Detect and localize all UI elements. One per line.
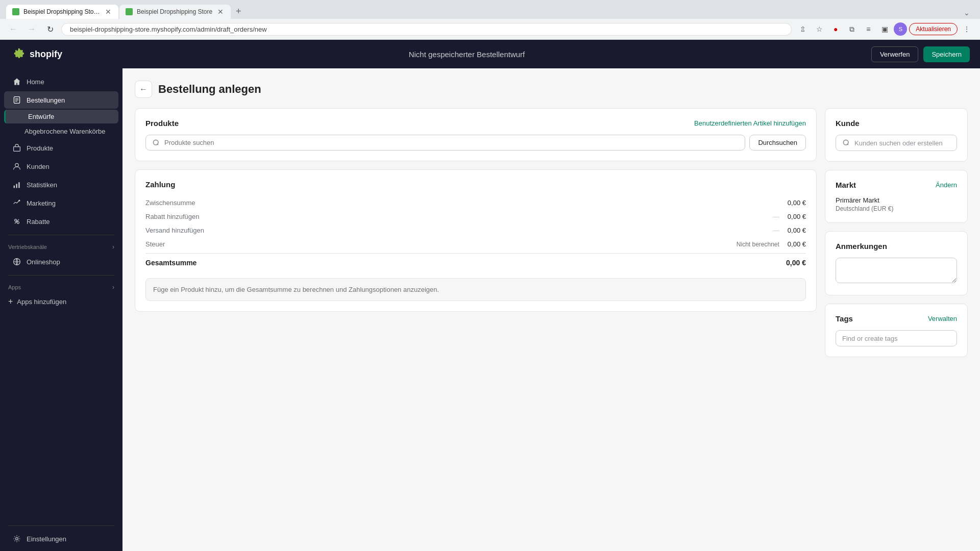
aktualisieren-button[interactable]: Aktualisieren [909,23,958,35]
sidebar-item-entwuerfe[interactable]: Entwürfe [4,110,118,123]
svg-point-10 [15,219,17,221]
menu-icon[interactable]: ≡ [861,22,875,36]
search-icon [152,139,160,147]
sidebar-label-entwuerfe: Entwürfe [28,113,54,120]
address-text: beispiel-dropshipping-store.myshopify.co… [70,26,267,33]
share-icon[interactable]: ⇫ [796,22,810,36]
apps-hinzufuegen-item[interactable]: + Apps hinzufügen [0,293,122,310]
tab-title-1: Beispiel Dropshipping Store · ... [23,8,100,15]
sidebar-item-produkte[interactable]: Produkte [4,139,118,157]
tab-2[interactable]: Beispiel Dropshipping Store ✕ [119,5,231,19]
main-column: Produkte Benutzerdefinierten Artikel hin… [135,108,817,357]
back-nav-button[interactable]: ← [6,22,20,36]
sidebar-item-onlineshop[interactable]: Onlineshop [4,253,118,270]
sidebar-label-onlineshop: Onlineshop [27,258,60,266]
tab-1[interactable]: Beispiel Dropshipping Store · ... ✕ [6,5,118,19]
zahlung-row-versand[interactable]: Versand hinzufügen — 0,00 € [145,223,806,237]
tags-input-wrap[interactable] [836,330,957,346]
svg-rect-4 [14,147,20,152]
verwerfen-button[interactable]: Verwerfen [871,46,919,62]
split-view-icon[interactable]: ▣ [877,22,892,36]
browse-button[interactable]: Durchsuchen [749,135,806,151]
zahlung-row-steuer: Steuer Nicht berechnet 0,00 € [145,237,806,251]
anmerkungen-textarea[interactable] [836,258,957,283]
zahlung-row-rabatt[interactable]: Rabatt hinzufügen — 0,00 € [145,210,806,223]
marketing-icon [12,198,21,208]
markt-aendern-button[interactable]: Ändern [936,181,957,189]
extensions-icon[interactable]: ⧉ [845,22,859,36]
sidebar-divider-3 [8,525,114,526]
markt-detail: Deutschland (EUR €) [836,205,957,212]
browser-menu-icon[interactable]: ⋮ [960,22,974,36]
sidebar-bottom: Einstellungen [0,521,122,548]
kunde-title: Kunde [836,119,957,128]
zwischensumme-label: Zwischensumme [145,199,195,207]
settings-icon [12,534,21,543]
sidebar-item-marketing[interactable]: Marketing [4,194,118,212]
tab-close-2[interactable]: ✕ [216,8,225,16]
home-icon [12,77,21,86]
zahlung-info: Füge ein Produkt hinzu, um die Gesamtsum… [145,278,806,301]
forward-nav-button[interactable]: → [24,22,39,36]
vertriebskanaele-label: Vertriebskanäle [8,244,47,250]
apps-section[interactable]: Apps › [0,280,122,293]
reload-button[interactable]: ↻ [43,22,57,36]
kunde-search-wrap[interactable] [836,135,957,151]
sidebar-item-kunden[interactable]: Kunden [4,158,118,175]
svg-point-5 [15,163,18,166]
custom-article-link[interactable]: Benutzerdefinierten Artikel hinzufügen [694,119,806,127]
versand-value: 0,00 € [788,227,806,234]
speichern-button[interactable]: Speichern [923,46,970,62]
tags-input[interactable] [842,335,950,342]
steuer-value: 0,00 € [788,240,806,248]
sidebar-item-abgebrochene[interactable]: Abgebrochene Warenkörbe [4,124,118,138]
svg-rect-8 [18,182,19,188]
apps-chevron-icon: › [112,284,114,291]
sidebar-item-home[interactable]: Home [4,73,118,90]
tab-more-button[interactable]: ⌄ [960,7,974,19]
sidebar-item-statistiken[interactable]: Statistiken [4,176,118,193]
page-title: Bestellung anlegen [158,83,261,96]
new-tab-button[interactable]: + [232,4,246,19]
produkte-search-wrap[interactable] [145,135,745,151]
tags-title: Tags [836,314,853,323]
svg-point-9 [18,200,20,202]
tags-verwalten-button[interactable]: Verwalten [928,315,957,322]
tab-close-1[interactable]: ✕ [104,8,112,16]
page-header: ← Bestellung anlegen [135,81,968,98]
sidebar-divider-1 [8,235,114,235]
address-bar[interactable]: beispiel-dropshipping-store.myshopify.co… [61,23,792,36]
sidebar-label-rabatte: Rabatte [27,218,50,226]
produkte-header: Produkte Benutzerdefinierten Artikel hin… [145,119,806,128]
sidebar-label-bestellungen: Bestellungen [27,96,65,104]
sidebar-item-bestellungen[interactable]: Bestellungen [4,91,118,109]
vertriebskanaele-chevron-icon: › [112,243,114,251]
total-value: 0,00 € [786,259,806,267]
bookmark-icon[interactable]: ☆ [812,22,826,36]
markt-name: Primärer Markt [836,196,957,204]
produkte-search-input[interactable] [164,139,739,146]
produkte-title: Produkte [145,119,179,128]
sidebar-item-rabatte[interactable]: Rabatte [4,213,118,230]
versand-label: Versand hinzufügen [145,227,204,234]
main-content: ← Bestellung anlegen Produkte Benutzerde… [122,68,980,551]
shopify-logo-icon [10,46,26,62]
zahlung-row-zwischensumme: Zwischensumme 0,00 € [145,196,806,210]
markt-card: Markt Ändern Primärer Markt Deutschland … [825,170,968,223]
svg-point-11 [17,221,19,223]
profile-avatar[interactable]: S [894,22,907,36]
rabatt-value: 0,00 € [788,213,806,220]
top-bar: shopify Nicht gespeicherter Bestellentwu… [0,40,980,68]
opera-icon[interactable]: ● [828,22,843,36]
markt-title: Markt [836,181,856,189]
kunde-card: Kunde [825,108,968,162]
sidebar-label-produkte: Produkte [27,144,53,152]
vertriebskanaele-section[interactable]: Vertriebskanäle › [0,239,122,253]
sidebar-item-einstellungen[interactable]: Einstellungen [4,530,118,547]
produkte-card: Produkte Benutzerdefinierten Artikel hin… [135,108,817,161]
kunde-search-input[interactable] [854,139,950,147]
svg-point-14 [16,538,18,540]
anmerkungen-card: Anmerkungen [825,231,968,295]
svg-rect-6 [14,186,15,188]
back-button[interactable]: ← [135,81,152,98]
